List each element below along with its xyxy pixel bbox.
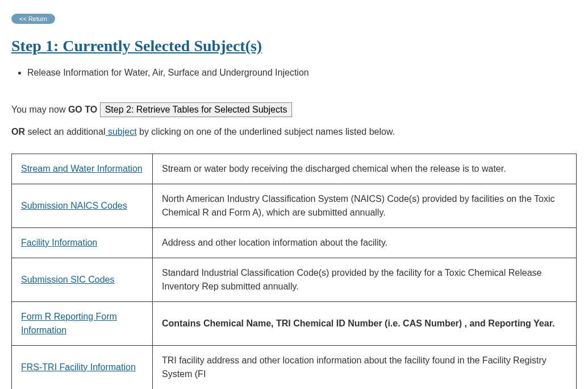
table-row: Stream and Water InformationStream or wa… bbox=[12, 154, 577, 184]
subject-name-cell: Submission NAICS Codes bbox=[12, 184, 153, 228]
subject-name-cell: Stream and Water Information bbox=[12, 154, 153, 184]
subject-desc-cell: Standard Industrial Classification Code(… bbox=[153, 258, 577, 302]
step2-button[interactable]: Step 2: Retrieve Tables for Selected Sub… bbox=[100, 102, 293, 117]
or-bold: OR bbox=[11, 127, 25, 136]
page-heading: Step 1: Currently Selected Subject(s) bbox=[11, 34, 577, 58]
table-row: FRS-TRI Facility InformationTRI facility… bbox=[12, 346, 577, 390]
table-row: Submission NAICS CodesNorth American Ind… bbox=[12, 184, 577, 228]
subject-desc-cell: Address and other location information a… bbox=[153, 228, 577, 258]
subject-desc-cell: Contains Chemical Name, TRI Chemical ID … bbox=[153, 302, 577, 346]
subject-name-cell: Form R Reporting Form Information bbox=[12, 302, 153, 346]
selected-subjects-list: Release Information for Water, Air, Surf… bbox=[27, 66, 577, 80]
subject-link-4[interactable]: Form R Reporting Form Information bbox=[21, 312, 117, 335]
subject-link-3[interactable]: Submission SIC Codes bbox=[21, 275, 115, 284]
subject-name-cell: Facility Information bbox=[12, 228, 153, 258]
or-text-1: select an additional bbox=[25, 127, 105, 136]
subject-name-cell: FRS-TRI Facility Information bbox=[12, 346, 153, 390]
table-row: Submission SIC CodesStandard Industrial … bbox=[12, 258, 577, 302]
table-row: Facility InformationAddress and other lo… bbox=[12, 228, 577, 258]
subjects-table: Stream and Water InformationStream or wa… bbox=[11, 154, 577, 389]
selected-subject-item: Release Information for Water, Air, Surf… bbox=[27, 66, 577, 80]
subject-link[interactable]: subject bbox=[105, 127, 136, 136]
subject-link-5[interactable]: FRS-TRI Facility Information bbox=[21, 362, 136, 372]
subject-name-cell: Submission SIC Codes bbox=[12, 258, 153, 302]
subject-link-2[interactable]: Facility Information bbox=[21, 238, 97, 247]
table-row: Form R Reporting Form InformationContain… bbox=[12, 302, 577, 346]
return-button[interactable]: << Return bbox=[11, 14, 55, 24]
or-text-2: by clicking on one of the underlined sub… bbox=[137, 127, 395, 136]
or-line: OR select an additional subject by click… bbox=[11, 125, 577, 139]
goto-line: You may now GO TO Step 2: Retrieve Table… bbox=[11, 102, 577, 117]
subject-desc-cell: TRI facility address and other location … bbox=[153, 346, 577, 390]
goto-bold: GO TO bbox=[68, 105, 97, 114]
subject-desc-cell: North American Industry Classification S… bbox=[153, 184, 577, 228]
subject-desc-cell: Stream or water body receiving the disch… bbox=[153, 154, 577, 184]
subject-link-1[interactable]: Submission NAICS Codes bbox=[21, 201, 127, 210]
subject-link-0[interactable]: Stream and Water Information bbox=[21, 164, 143, 173]
goto-prefix: You may now bbox=[11, 105, 68, 114]
